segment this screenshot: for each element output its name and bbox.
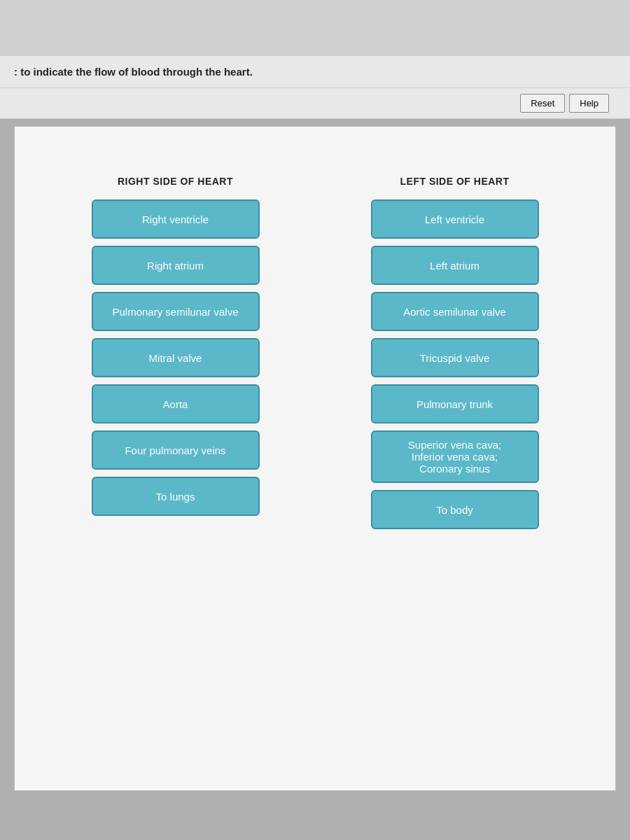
right-column-header: RIGHT SIDE OF HEART (118, 176, 233, 187)
left-card-0[interactable]: Left ventricle (371, 200, 539, 239)
toolbar: Reset Help (0, 88, 630, 119)
instruction-text: : to indicate the flow of blood through … (14, 66, 253, 78)
left-card-5[interactable]: Superior vena cava; Inferior vena cava; … (371, 430, 539, 483)
right-card-3[interactable]: Mitral valve (92, 338, 260, 377)
right-column: RIGHT SIDE OF HEART Right ventricleRight… (78, 176, 274, 516)
left-card-4[interactable]: Pulmonary trunk (371, 384, 539, 424)
top-bar (0, 0, 630, 56)
right-card-2[interactable]: Pulmonary semilunar valve (92, 292, 260, 331)
right-card-1[interactable]: Right atrium (92, 246, 260, 285)
right-card-0[interactable]: Right ventricle (92, 200, 260, 239)
left-card-1[interactable]: Left atrium (371, 246, 539, 285)
main-panel: RIGHT SIDE OF HEART Right ventricleRight… (14, 126, 616, 791)
help-button[interactable]: Help (569, 94, 609, 113)
right-card-4[interactable]: Aorta (92, 384, 260, 424)
right-card-6[interactable]: To lungs (92, 477, 260, 516)
left-card-3[interactable]: Tricuspid valve (371, 338, 539, 377)
right-card-5[interactable]: Four pulmonary veins (92, 430, 260, 470)
left-card-6[interactable]: To body (371, 490, 539, 529)
left-column-header: LEFT SIDE OF HEART (400, 176, 510, 187)
left-column: LEFT SIDE OF HEART Left ventricleLeft at… (357, 176, 553, 529)
instruction-bar: : to indicate the flow of blood through … (0, 56, 630, 88)
columns: RIGHT SIDE OF HEART Right ventricleRight… (36, 176, 594, 529)
reset-button[interactable]: Reset (520, 94, 565, 113)
left-card-2[interactable]: Aortic semilunar valve (371, 292, 539, 331)
